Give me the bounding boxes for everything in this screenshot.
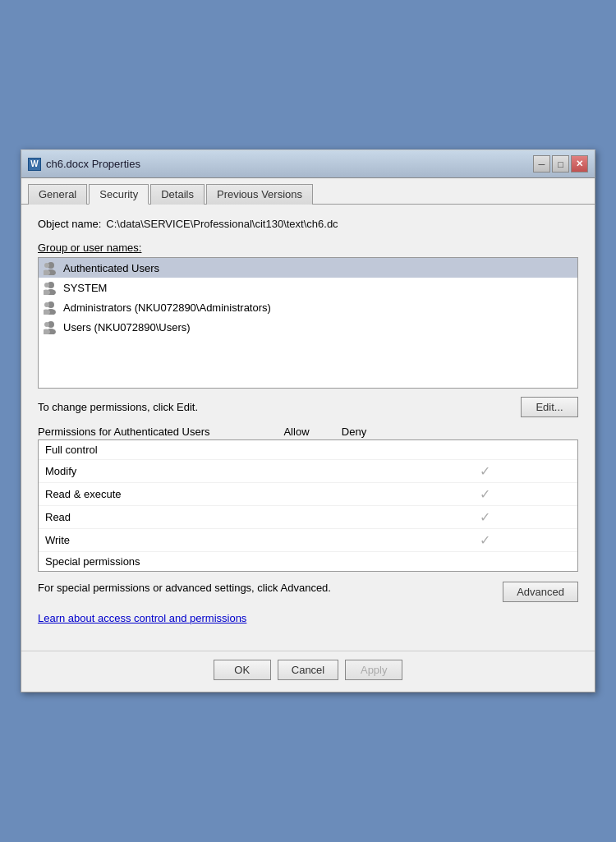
perm-row-read: Read ✓ xyxy=(39,506,577,529)
perm-allow-read-execute: ✓ xyxy=(456,486,513,502)
perm-allow-read: ✓ xyxy=(456,509,513,525)
deny-header: Deny xyxy=(325,426,383,438)
tab-previous-versions[interactable]: Previous Versions xyxy=(206,184,313,205)
edit-button[interactable]: Edit... xyxy=(521,397,578,417)
security-content: Object name: C:\data\SERVICE\Professiona… xyxy=(21,205,595,651)
svg-point-14 xyxy=(44,322,49,327)
perm-row-special: Special permissions xyxy=(39,552,577,571)
permissions-for-label: Permissions for Authenticated Users xyxy=(38,426,268,438)
cancel-button[interactable]: Cancel xyxy=(278,660,338,680)
title-bar-left: W ch6.docx Properties xyxy=(28,158,140,171)
checkmark-read-allow: ✓ xyxy=(480,509,490,525)
user-name-users: Users (NKU072890\Users) xyxy=(63,321,191,334)
user-name-system: SYSTEM xyxy=(63,282,107,294)
group-label: Group or user names: xyxy=(38,242,578,254)
window-icon: W xyxy=(28,158,41,171)
minimize-button[interactable]: ─ xyxy=(533,155,550,173)
permissions-label-row: Permissions for Authenticated Users Allo… xyxy=(38,426,578,438)
perm-row-full-control: Full control xyxy=(39,440,577,460)
user-list: Authenticated Users SYSTEM xyxy=(38,257,578,389)
tab-details[interactable]: Details xyxy=(150,184,205,205)
permissions-table: Full control Modify ✓ Read & execute ✓ xyxy=(38,439,578,572)
advanced-row: For special permissions or advanced sett… xyxy=(38,582,578,602)
svg-point-6 xyxy=(44,283,49,288)
allow-header: Allow xyxy=(268,426,325,438)
object-name-value: C:\data\SERVICE\Professional\cit130\text… xyxy=(106,218,338,230)
object-name-row: Object name: C:\data\SERVICE\Professiona… xyxy=(38,218,578,230)
svg-point-10 xyxy=(44,302,49,307)
perm-row-read-execute: Read & execute ✓ xyxy=(39,483,577,506)
perm-name-read-execute: Read & execute xyxy=(45,488,456,500)
advanced-text: For special permissions or advanced sett… xyxy=(38,582,331,594)
footer-buttons: OK Cancel Apply xyxy=(21,651,595,692)
user-item-users[interactable]: Users (NKU072890\Users) xyxy=(39,317,577,337)
user-item-system[interactable]: SYSTEM xyxy=(39,278,577,297)
perm-name-modify: Modify xyxy=(45,465,456,477)
ok-button[interactable]: OK xyxy=(214,660,271,680)
tab-bar: General Security Details Previous Versio… xyxy=(21,178,595,205)
user-item-auth-users[interactable]: Authenticated Users xyxy=(39,258,577,278)
title-buttons: ─ □ ✕ xyxy=(533,155,588,173)
close-button[interactable]: ✕ xyxy=(571,155,588,173)
perm-name-read: Read xyxy=(45,511,456,523)
perm-row-write: Write ✓ xyxy=(39,529,577,552)
checkmark-modify-allow: ✓ xyxy=(480,463,490,479)
change-permissions-text: To change permissions, click Edit. xyxy=(38,401,198,413)
object-name-label: Object name: xyxy=(38,218,101,230)
perm-allow-write: ✓ xyxy=(456,532,513,548)
perm-name-full-control: Full control xyxy=(45,444,456,456)
advanced-button[interactable]: Ad​vanced xyxy=(503,582,578,602)
tab-security[interactable]: Security xyxy=(89,184,149,205)
user-name-auth-users: Authenticated Users xyxy=(63,262,159,274)
perm-allow-modify: ✓ xyxy=(456,463,513,479)
user-icon-system xyxy=(44,280,58,295)
user-icon-users xyxy=(44,320,58,334)
title-bar: W ch6.docx Properties ─ □ ✕ xyxy=(21,150,595,178)
perm-row-modify: Modify ✓ xyxy=(39,460,577,483)
checkmark-write-allow: ✓ xyxy=(480,532,490,548)
properties-dialog: W ch6.docx Properties ─ □ ✕ General Secu… xyxy=(21,150,595,692)
checkmark-read-execute-allow: ✓ xyxy=(480,486,490,502)
window-title: ch6.docx Properties xyxy=(46,158,140,170)
perm-name-write: Write xyxy=(45,534,456,546)
apply-button[interactable]: Apply xyxy=(345,660,402,680)
learn-link[interactable]: Learn about access control and permissio… xyxy=(38,612,246,624)
perm-name-special: Special permissions xyxy=(45,555,456,568)
user-icon xyxy=(44,260,58,275)
tab-general[interactable]: General xyxy=(28,184,87,205)
svg-point-2 xyxy=(44,263,49,268)
user-icon-administrators xyxy=(44,300,58,315)
user-item-administrators[interactable]: Administrators (NKU072890\Administrators… xyxy=(39,297,577,317)
user-name-administrators: Administrators (NKU072890\Administrators… xyxy=(63,301,271,314)
maximize-button[interactable]: □ xyxy=(552,155,569,173)
change-permissions-row: To change permissions, click Edit. Edit.… xyxy=(38,397,578,417)
